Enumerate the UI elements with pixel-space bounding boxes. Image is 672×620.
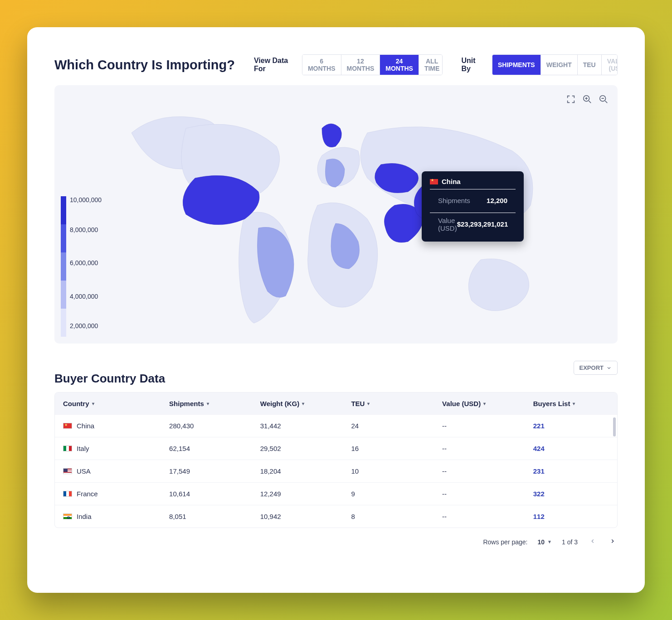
page-title: Which Country Is Importing? (54, 58, 235, 73)
map-tooltip: China Shipments 12,200 Value (USD) $23,2… (422, 171, 524, 242)
sort-caret-icon: ▾ (92, 401, 94, 406)
map-controls (566, 94, 609, 104)
chevron-down-icon (606, 365, 612, 371)
time-option-12-months[interactable]: 12 MONTHS (341, 55, 380, 75)
unit-option-weight[interactable]: WEIGHT (541, 55, 578, 75)
cell-shipments: 280,430 (169, 422, 260, 430)
cell-teu: 9 (351, 490, 442, 498)
column-header-buyers-list[interactable]: Buyers List▾ (533, 400, 609, 407)
cell-shipments: 17,549 (169, 467, 260, 475)
cell-value: -- (442, 422, 533, 430)
zoom-out-icon[interactable] (599, 94, 609, 104)
chevron-left-icon (589, 538, 596, 544)
cell-weight: 12,249 (260, 490, 351, 498)
export-button[interactable]: EXPORT (574, 361, 618, 375)
column-header-weight-kg-[interactable]: Weight (KG)▾ (260, 400, 351, 407)
flag-icon (430, 179, 438, 184)
cell-value: -- (442, 445, 533, 452)
column-header-shipments[interactable]: Shipments▾ (169, 400, 260, 407)
cell-shipments: 62,154 (169, 445, 260, 452)
cell-value: -- (442, 467, 533, 475)
table-row: India8,05110,9428--112 (55, 505, 617, 528)
flag-icon (63, 423, 72, 429)
cell-teu: 8 (351, 513, 442, 520)
zoom-in-icon[interactable] (582, 94, 592, 104)
buyer-country-table: Country▾Shipments▾Weight (KG)▾TEU▾Value … (54, 392, 618, 528)
buyers-link[interactable]: 221 (533, 422, 609, 430)
time-option-all-time[interactable]: ALL TIME (419, 55, 443, 75)
cell-teu: 24 (351, 422, 442, 430)
tooltip-value-value: $23,293,291,021 (457, 220, 508, 228)
cell-country: USA (77, 467, 91, 475)
cell-weight: 29,502 (260, 445, 351, 452)
flag-icon (63, 446, 72, 451)
cell-shipments: 8,051 (169, 513, 260, 520)
pagination: Rows per page: 10 ▼ 1 of 3 (54, 536, 618, 547)
table-header: Country▾Shipments▾Weight (KG)▾TEU▾Value … (55, 392, 617, 414)
cell-weight: 10,942 (260, 513, 351, 520)
tooltip-country: China (442, 178, 461, 185)
unit-option-teu[interactable]: TEU (578, 55, 602, 75)
tooltip-shipments-label: Shipments (438, 197, 470, 204)
column-header-value-usd-[interactable]: Value (USD)▾ (442, 400, 533, 407)
flag-icon (63, 513, 72, 519)
cell-teu: 16 (351, 445, 442, 452)
time-option-6-months[interactable]: 6 MONTHS (302, 55, 341, 75)
tooltip-value-label: Value (USD) (438, 217, 457, 232)
time-range-segmented: 6 MONTHS12 MONTHS24 MONTHSALL TIME (302, 54, 443, 75)
legend-tick: 4,000,000 (70, 293, 102, 300)
cell-value: -- (442, 490, 533, 498)
unit-option-shipments[interactable]: SHIPMENTS (492, 55, 541, 75)
cell-weight: 31,442 (260, 422, 351, 430)
cell-country: China (77, 422, 94, 430)
view-data-for-label: View Data For (254, 57, 291, 73)
table-row: Italy62,15429,50216--424 (55, 437, 617, 460)
legend-tick: 6,000,000 (70, 259, 102, 266)
caret-down-icon: ▼ (547, 539, 552, 544)
table-title: Buyer Country Data (54, 372, 165, 386)
column-header-teu[interactable]: TEU▾ (351, 400, 442, 407)
buyers-link[interactable]: 322 (533, 490, 609, 498)
page-indicator: 1 of 3 (562, 538, 578, 546)
map-panel: 10,000,0008,000,0006,000,0004,000,0002,0… (54, 85, 618, 344)
next-page-button[interactable] (608, 536, 618, 547)
time-option-24-months[interactable]: 24 MONTHS (380, 55, 419, 75)
flag-icon (63, 491, 72, 497)
map-legend: 10,000,0008,000,0006,000,0004,000,0002,0… (61, 196, 102, 337)
unit-by-label: Unit By (462, 57, 482, 73)
flag-icon (63, 468, 72, 474)
cell-country: India (77, 513, 92, 520)
sort-caret-icon: ▾ (573, 401, 575, 406)
cell-country: France (77, 490, 98, 498)
buyers-link[interactable]: 424 (533, 445, 609, 452)
rows-per-page-value: 10 (537, 538, 545, 546)
rows-per-page-label: Rows per page: (483, 538, 527, 546)
export-label: EXPORT (579, 364, 604, 371)
fullscreen-icon[interactable] (566, 94, 576, 104)
sort-caret-icon: ▾ (367, 401, 370, 406)
table-row: China280,43031,44224--221 (55, 414, 617, 437)
buyers-link[interactable]: 231 (533, 467, 609, 475)
cell-weight: 18,204 (260, 467, 351, 475)
sort-caret-icon: ▾ (483, 401, 486, 406)
header-row: Which Country Is Importing? View Data Fo… (54, 54, 618, 75)
tooltip-shipments-value: 12,200 (487, 197, 507, 204)
cell-teu: 10 (351, 467, 442, 475)
unit-by-segmented: SHIPMENTSWEIGHTTEUVALUE (USD) (492, 54, 618, 75)
unit-option-value-usd-[interactable]: VALUE (USD) (602, 55, 618, 75)
table-row: France10,61412,2499--322 (55, 482, 617, 505)
rows-per-page-select[interactable]: 10 ▼ (537, 538, 551, 546)
column-header-country[interactable]: Country▾ (63, 400, 169, 407)
legend-tick: 8,000,000 (70, 226, 102, 233)
dashboard-card: Which Country Is Importing? View Data Fo… (27, 27, 645, 593)
legend-tick: 2,000,000 (70, 322, 102, 329)
cell-shipments: 10,614 (169, 490, 260, 498)
buyers-link[interactable]: 112 (533, 513, 609, 520)
prev-page-button[interactable] (588, 536, 598, 547)
table-scrollbar[interactable] (613, 417, 616, 436)
sort-caret-icon: ▾ (207, 401, 209, 406)
legend-tick: 10,000,000 (70, 196, 102, 203)
cell-value: -- (442, 513, 533, 520)
table-row: USA17,54918,20410--231 (55, 460, 617, 482)
chevron-right-icon (609, 538, 616, 544)
